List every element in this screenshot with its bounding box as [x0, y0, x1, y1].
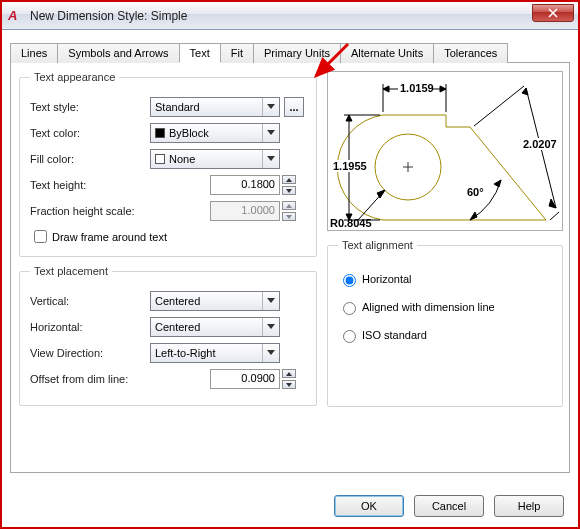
- label-horizontal: Horizontal:: [30, 321, 150, 333]
- radio-horizontal[interactable]: Horizontal: [338, 271, 552, 287]
- spinner-offset[interactable]: 0.0900: [210, 369, 296, 389]
- chevron-down-icon: [262, 344, 278, 362]
- help-button[interactable]: Help: [494, 495, 564, 517]
- spin-down-icon: [282, 212, 296, 221]
- titlebar: A New Dimension Style: Simple: [2, 2, 578, 30]
- svg-text:60°: 60°: [467, 186, 484, 198]
- label-vertical: Vertical:: [30, 295, 150, 307]
- label-text-color: Text color:: [30, 127, 150, 139]
- group-text-alignment: Text alignment Horizontal Aligned with d…: [327, 239, 563, 407]
- spinner-text-height[interactable]: 0.1800: [210, 175, 296, 195]
- label-text-height: Text height:: [30, 179, 210, 191]
- radio-iso[interactable]: ISO standard: [338, 327, 552, 343]
- close-icon: [548, 8, 558, 18]
- checkbox-draw-frame[interactable]: Draw frame around text: [30, 227, 306, 246]
- chevron-down-icon: [262, 124, 278, 142]
- tab-alternate-units[interactable]: Alternate Units: [340, 43, 434, 63]
- tab-body: Text appearance Text style: Standard ...…: [10, 63, 570, 473]
- chevron-down-icon: [262, 150, 278, 168]
- dropdown-view-direction[interactable]: Left-to-Right: [150, 343, 280, 363]
- spin-up-icon[interactable]: [282, 369, 296, 378]
- legend-alignment: Text alignment: [338, 239, 417, 251]
- spin-up-icon[interactable]: [282, 175, 296, 184]
- text-style-browse-button[interactable]: ...: [284, 97, 304, 117]
- color-swatch-icon: [155, 128, 165, 138]
- label-text-style: Text style:: [30, 101, 150, 113]
- chevron-down-icon: [262, 318, 278, 336]
- dropdown-text-style[interactable]: Standard: [150, 97, 280, 117]
- tab-primary-units[interactable]: Primary Units: [253, 43, 341, 63]
- preview-panel: 1.0159 1.1955 2.0207 60° R0.8045: [327, 71, 563, 231]
- svg-text:2.0207: 2.0207: [523, 138, 557, 150]
- dropdown-vertical[interactable]: Centered: [150, 291, 280, 311]
- close-button[interactable]: [532, 4, 574, 22]
- group-text-appearance: Text appearance Text style: Standard ...…: [19, 71, 317, 257]
- legend-appearance: Text appearance: [30, 71, 119, 83]
- tab-tolerances[interactable]: Tolerances: [433, 43, 508, 63]
- svg-text:R0.8045: R0.8045: [330, 217, 372, 229]
- dropdown-fill-color[interactable]: None: [150, 149, 280, 169]
- cancel-button[interactable]: Cancel: [414, 495, 484, 517]
- tab-symbols-and-arrows[interactable]: Symbols and Arrows: [57, 43, 179, 63]
- spin-down-icon[interactable]: [282, 186, 296, 195]
- spinner-fraction-height: 1.0000: [210, 201, 296, 221]
- ok-button[interactable]: OK: [334, 495, 404, 517]
- label-fraction-height: Fraction height scale:: [30, 205, 210, 217]
- spin-down-icon[interactable]: [282, 380, 296, 389]
- dialog-buttons: OK Cancel Help: [334, 495, 564, 517]
- label-offset: Offset from dim line:: [30, 373, 210, 385]
- app-icon: A: [8, 8, 24, 24]
- window-title: New Dimension Style: Simple: [30, 9, 187, 23]
- dropdown-text-color[interactable]: ByBlock: [150, 123, 280, 143]
- label-fill-color: Fill color:: [30, 153, 150, 165]
- group-text-placement: Text placement Vertical: Centered Horizo…: [19, 265, 317, 406]
- color-swatch-icon: [155, 154, 165, 164]
- tab-fit[interactable]: Fit: [220, 43, 254, 63]
- chevron-down-icon: [262, 98, 278, 116]
- label-view-direction: View Direction:: [30, 347, 150, 359]
- svg-text:1.1955: 1.1955: [333, 160, 367, 172]
- dropdown-horizontal[interactable]: Centered: [150, 317, 280, 337]
- legend-placement: Text placement: [30, 265, 112, 277]
- tab-strip: Lines Symbols and Arrows Text Fit Primar…: [10, 42, 570, 63]
- radio-aligned[interactable]: Aligned with dimension line: [338, 299, 552, 315]
- chevron-down-icon: [262, 292, 278, 310]
- svg-text:1.0159: 1.0159: [400, 82, 434, 94]
- spin-up-icon: [282, 201, 296, 210]
- tab-text[interactable]: Text: [179, 43, 221, 63]
- tab-lines[interactable]: Lines: [10, 43, 58, 63]
